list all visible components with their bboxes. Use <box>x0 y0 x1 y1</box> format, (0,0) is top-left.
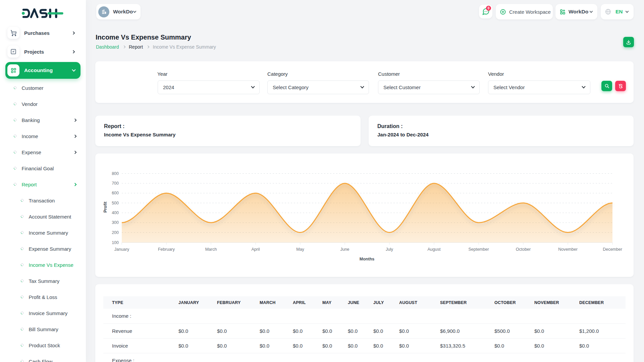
svg-text:August: August <box>428 247 441 252</box>
svg-text:April: April <box>251 247 260 252</box>
svg-text:Months: Months <box>360 257 374 261</box>
svg-text:500: 500 <box>112 201 119 205</box>
svg-text:February: February <box>158 247 175 252</box>
svg-text:100: 100 <box>112 240 119 245</box>
svg-text:January: January <box>114 247 129 252</box>
svg-text:November: November <box>558 247 578 252</box>
svg-text:July: July <box>386 247 393 252</box>
svg-text:June: June <box>340 247 349 252</box>
svg-text:600: 600 <box>112 191 119 195</box>
svg-text:300: 300 <box>112 220 119 225</box>
svg-text:October: October <box>516 247 531 252</box>
svg-text:May: May <box>296 247 304 252</box>
svg-text:Profit: Profit <box>103 201 108 213</box>
svg-text:400: 400 <box>112 210 119 215</box>
svg-text:700: 700 <box>112 181 119 186</box>
svg-text:March: March <box>205 247 217 252</box>
svg-text:200: 200 <box>112 230 119 235</box>
svg-text:800: 800 <box>112 171 119 176</box>
svg-text:September: September <box>468 247 489 252</box>
svg-text:December: December <box>603 247 622 252</box>
